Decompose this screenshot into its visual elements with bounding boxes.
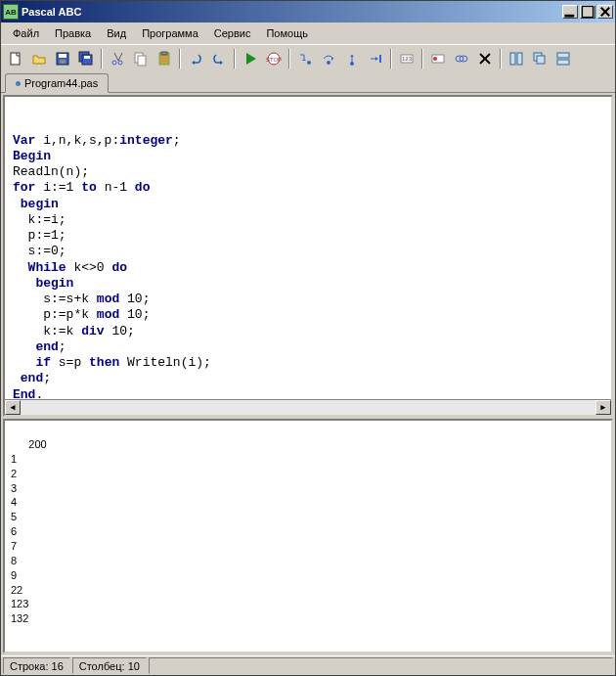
status-spacer xyxy=(149,657,613,674)
svg-rect-20 xyxy=(379,55,381,63)
watch-icon[interactable]: 123 xyxy=(396,48,418,69)
open-file-icon[interactable] xyxy=(28,48,50,69)
redo-icon[interactable] xyxy=(208,48,230,69)
step-into-icon[interactable] xyxy=(294,48,316,69)
svg-rect-2 xyxy=(11,53,20,65)
toolbar: STOP123 xyxy=(1,44,615,71)
app-window: AB Pascal ABC ФайлПравкаВидПрограммаСерв… xyxy=(0,0,616,676)
editor-scrollbar-horizontal[interactable]: ◂ ▸ xyxy=(5,399,611,415)
scroll-left-icon[interactable]: ◂ xyxy=(5,400,21,415)
svg-point-9 xyxy=(112,61,116,65)
tab-strip: Program44.pas xyxy=(1,71,615,93)
scroll-right-icon[interactable]: ▸ xyxy=(595,400,611,415)
window-cascade-icon[interactable] xyxy=(529,48,550,69)
svg-rect-14 xyxy=(161,52,167,55)
save-icon[interactable] xyxy=(52,48,73,69)
title-text: Pascal ABC xyxy=(22,6,562,18)
svg-rect-5 xyxy=(60,60,66,64)
app-icon: AB xyxy=(3,4,19,20)
svg-rect-32 xyxy=(557,60,569,65)
close-icon[interactable] xyxy=(474,48,496,69)
svg-point-10 xyxy=(118,61,122,65)
menu-файл[interactable]: Файл xyxy=(5,24,47,42)
svg-rect-0 xyxy=(564,15,574,18)
toolbar-separator xyxy=(101,49,103,68)
svg-point-18 xyxy=(327,61,330,65)
workarea: Var i,n,k,s,p:integer;BeginReadln(n);for… xyxy=(1,93,615,655)
toolbar-separator xyxy=(234,49,236,68)
svg-rect-28 xyxy=(517,53,522,65)
scroll-track[interactable] xyxy=(21,400,595,415)
window-tile-icon[interactable] xyxy=(506,48,527,69)
menu-сервис[interactable]: Сервис xyxy=(206,24,259,42)
step-out-icon[interactable] xyxy=(341,48,363,69)
svg-text:STOP: STOP xyxy=(266,57,282,63)
toolbar-separator xyxy=(179,49,181,68)
save-all-icon[interactable] xyxy=(75,48,97,69)
cut-icon[interactable] xyxy=(107,48,128,69)
menu-вид[interactable]: Вид xyxy=(99,24,134,42)
svg-point-19 xyxy=(350,62,354,66)
menu-программа[interactable]: Программа xyxy=(134,24,206,42)
paste-icon[interactable] xyxy=(154,48,175,69)
new-file-icon[interactable] xyxy=(5,48,26,69)
toolbar-separator xyxy=(288,49,290,68)
undo-icon[interactable] xyxy=(185,48,206,69)
svg-text:123: 123 xyxy=(402,56,413,62)
svg-rect-4 xyxy=(59,54,66,58)
svg-point-17 xyxy=(307,61,311,65)
window-arrange-icon[interactable] xyxy=(552,48,574,69)
status-column: Столбец: 10 xyxy=(72,657,147,674)
svg-rect-30 xyxy=(537,56,545,64)
svg-rect-1 xyxy=(582,6,593,17)
minimize-button[interactable] xyxy=(562,5,578,19)
code-editor[interactable]: Var i,n,k,s,p:integer;BeginReadln(n);for… xyxy=(3,95,613,417)
toolbar-separator xyxy=(390,49,392,68)
breakpoint-icon[interactable] xyxy=(427,48,449,69)
svg-rect-27 xyxy=(510,53,515,65)
output-text: 200 1 2 3 4 5 6 7 8 9 22 123 132 xyxy=(11,438,47,624)
run-to-cursor-icon[interactable] xyxy=(365,48,386,69)
maximize-button[interactable] xyxy=(580,5,595,19)
output-panel[interactable]: 200 1 2 3 4 5 6 7 8 9 22 123 132 xyxy=(3,419,613,653)
statusbar: Строка: 16 Столбец: 10 xyxy=(1,655,615,675)
tab-program44[interactable]: Program44.pas xyxy=(5,73,109,93)
status-line: Строка: 16 xyxy=(3,657,70,674)
svg-point-24 xyxy=(433,57,437,61)
titlebar[interactable]: AB Pascal ABC xyxy=(1,1,615,23)
stop-icon[interactable]: STOP xyxy=(263,48,285,69)
menubar: ФайлПравкаВидПрограммаСервисПомощь xyxy=(1,23,615,44)
menu-помощь[interactable]: Помощь xyxy=(258,24,316,42)
svg-rect-31 xyxy=(557,53,569,58)
close-button[interactable] xyxy=(597,5,613,19)
toolbar-separator xyxy=(421,49,423,68)
menu-правка[interactable]: Правка xyxy=(47,24,99,42)
copy-icon[interactable] xyxy=(130,48,152,69)
toolbar-separator xyxy=(500,49,502,68)
tab-indicator-icon xyxy=(16,81,21,86)
svg-rect-12 xyxy=(138,56,146,66)
svg-rect-8 xyxy=(84,56,90,59)
breakpoints-icon[interactable] xyxy=(451,48,472,69)
window-controls xyxy=(562,5,613,19)
step-over-icon[interactable] xyxy=(318,48,339,69)
tab-label: Program44.pas xyxy=(24,77,98,89)
run-icon[interactable] xyxy=(240,48,261,69)
